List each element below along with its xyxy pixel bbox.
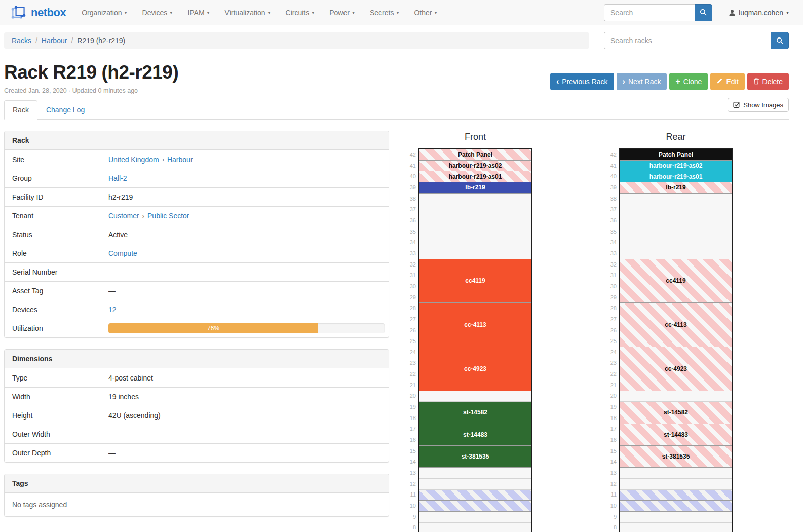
rack-unit-empty [419,226,531,238]
value-link[interactable]: Public Sector [147,212,189,220]
tabs: Rack Change Log Show Images [4,100,789,120]
rack-unit-device[interactable]: harbour-r219-as01 [419,171,531,182]
unit-label: 15 [608,446,619,457]
rack-unit-device[interactable]: harbour-r219-as01 [620,171,732,182]
breadcrumb-item[interactable]: Harbour [42,36,67,45]
user-menu[interactable]: luqman.cohen ▾ [729,9,789,17]
unit-label: 30 [608,281,619,292]
main-content: Rack SiteUnited Kingdom›HarbourGroupHall… [4,131,789,532]
value-link[interactable]: Harbour [167,156,193,164]
table-row: Width19 inches [5,387,389,406]
unit-label: 25 [608,336,619,347]
tab-change-log[interactable]: Change Log [37,100,93,120]
unit-label: 29 [407,292,418,303]
previous-rack-button[interactable]: ‹Previous Rack [550,73,614,90]
table-row: Serial Number— [5,262,389,281]
rack-unit-device[interactable]: st-14483 [620,424,732,446]
next-rack-label: Next Rack [628,78,661,86]
rack-unit-empty [419,194,531,205]
menu-power[interactable]: Power▾ [322,0,362,25]
global-search-button[interactable] [695,4,712,21]
menu-virtualization[interactable]: Virtualization▾ [217,0,278,25]
rack-unit-device[interactable]: st-14483 [419,424,531,446]
chevron-separator: › [142,212,144,220]
breadcrumb-row: Racks/Harbour/R219 (h2-r219) [4,32,789,49]
menu-devices[interactable]: Devices▾ [135,0,180,25]
delete-button[interactable]: Delete [747,73,789,90]
rack-unit-device[interactable]: cc4119 [419,259,531,303]
value-link[interactable]: United Kingdom [108,156,159,164]
rack-unit-device[interactable]: Patch Panel [620,149,732,161]
rack-unit-device[interactable]: cc-4113 [620,303,732,347]
rack-unit-device[interactable]: lb-r219 [620,182,732,194]
chevron-down-icon: ▾ [434,10,437,15]
unit-label: 37 [407,204,418,215]
rack-unit-device[interactable]: cc-4923 [620,347,732,391]
netbox-logo[interactable]: netbox [9,5,66,21]
table-row: Utilization76% [5,319,389,337]
unit-label: 15 [407,446,418,457]
rack-panel-rows: SiteUnited Kingdom›HarbourGroupHall-2Fac… [5,150,389,337]
rack-unit-device[interactable]: cc-4113 [419,303,531,347]
menu-ipam[interactable]: IPAM▾ [180,0,217,25]
row-value: — [108,449,385,457]
trash-icon [753,78,759,86]
table-row: Asset Tag— [5,281,389,300]
menu-organization[interactable]: Organization▾ [74,0,134,25]
unit-label: 40 [407,171,418,182]
show-images-button[interactable]: Show Images [728,98,789,112]
row-value: United Kingdom›Harbour [108,156,385,164]
rack-unit-device[interactable]: st-381535 [419,446,531,468]
chevron-separator: › [162,156,164,163]
rack-unit-device[interactable]: cc-4923 [419,347,531,391]
value-link[interactable]: 12 [108,306,117,314]
rack-search-button[interactable] [771,32,789,49]
tab-rack[interactable]: Rack [4,100,37,120]
rack-unit-device[interactable]: cc4119 [620,259,732,303]
value-text: — [108,287,116,295]
value-link[interactable]: Customer [108,212,139,220]
breadcrumb-item[interactable]: Racks [12,36,31,45]
edit-button[interactable]: Edit [710,73,744,90]
row-label: Facility ID [12,193,108,201]
rack-unit-device[interactable]: st-381535 [620,446,732,468]
rack-unit-device[interactable]: st-14582 [620,402,732,424]
rack-unit-device[interactable]: Patch Panel [419,149,531,161]
rack-unit-device[interactable]: harbour-r219-as02 [419,161,531,172]
unit-label: 16 [608,435,619,446]
unit-label: 29 [608,292,619,303]
rack-unit-reserved [419,490,531,501]
unit-label: 35 [407,226,418,238]
global-search-input[interactable] [604,4,695,21]
front-unit-labels: 4241403938373635343332313029282726252423… [407,148,418,532]
menu-other[interactable]: Other▾ [406,0,444,25]
chevron-down-icon: ▾ [170,10,172,15]
row-value: Customer›Public Sector [108,212,385,220]
pencil-icon [716,78,723,84]
menu-label: Other [414,9,432,17]
unit-label: 41 [407,161,418,172]
unit-label: 28 [407,303,418,314]
user-icon [729,9,736,16]
breadcrumb-separator: / [35,36,37,45]
unit-label: 12 [608,479,619,490]
rack-unit-device[interactable]: lb-r219 [419,182,531,194]
unit-label: 31 [608,270,619,281]
pencil-icon [716,78,723,86]
value-link[interactable]: Compute [108,249,137,257]
unit-label: 10 [608,501,619,512]
unit-label: 24 [407,347,418,358]
chevron-left-icon: ‹ [556,78,559,86]
rack-search-input[interactable] [604,32,771,49]
tags-panel: Tags No tags assigned [4,474,389,517]
rack-unit-device[interactable]: harbour-r219-as02 [620,161,732,172]
menu-circuits[interactable]: Circuits▾ [278,0,322,25]
rack-elevations: Front 4241403938373635343332313029282726… [407,131,733,532]
clone-button[interactable]: +Clone [669,73,708,90]
row-value: Hall-2 [108,174,385,182]
rack-unit-device[interactable]: st-14582 [419,402,531,424]
menu-secrets[interactable]: Secrets▾ [362,0,407,25]
row-label: Serial Number [12,268,108,276]
next-rack-button[interactable]: ›Next Rack [617,73,667,90]
value-link[interactable]: Hall-2 [108,174,127,182]
